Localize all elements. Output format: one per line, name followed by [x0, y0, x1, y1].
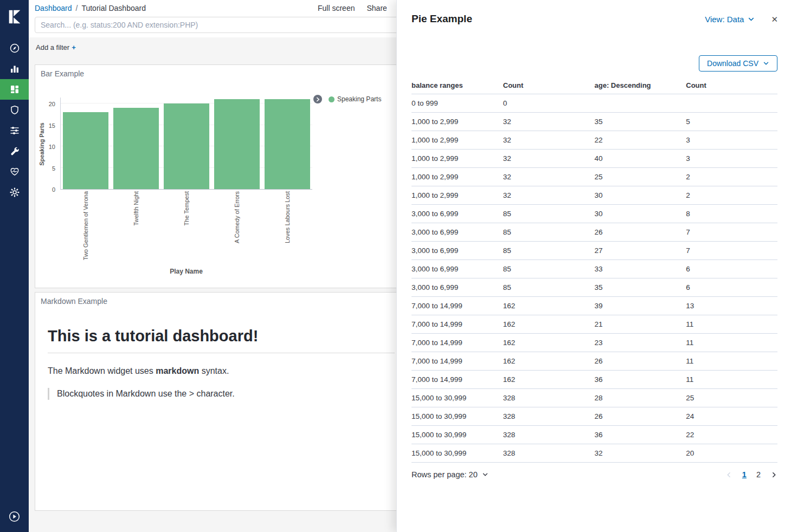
chevron-down-icon [748, 16, 755, 23]
share-button[interactable]: Share [366, 4, 387, 12]
x-axis-title: Play Name [60, 268, 312, 275]
kibana-logo-icon [7, 9, 23, 25]
table-cell: 328 [503, 407, 595, 426]
table-footer: Rows per page: 20 12 [411, 470, 777, 479]
close-icon[interactable]: ✕ [771, 15, 778, 23]
dashboard-icon [10, 85, 20, 94]
flyout-body: Download CSV balance rangesCountage: Des… [397, 55, 791, 479]
download-csv-button[interactable]: Download CSV [699, 55, 777, 72]
table-cell: 2 [686, 186, 777, 205]
table-cell: 33 [595, 260, 686, 278]
page-button-2[interactable]: 2 [756, 470, 761, 479]
table-cell: 3 [686, 150, 777, 168]
chevron-down-icon [482, 471, 488, 478]
table-row: 15,000 to 30,9993283220 [411, 444, 777, 463]
bar-plot [60, 98, 312, 190]
legend-expand-icon[interactable] [313, 95, 322, 103]
table-cell: 32 [503, 168, 595, 186]
bar-the-tempest[interactable] [164, 103, 209, 189]
y-axis: 05101520 [35, 98, 58, 190]
sidebar-item-dev-tools[interactable] [0, 141, 29, 161]
bar-chart-icon [10, 64, 20, 74]
markdown-example-panel: Markdown Example This is a tutorial dash… [35, 292, 404, 511]
sidebar-item-visualize[interactable] [0, 59, 29, 79]
previous-page-icon[interactable] [725, 471, 732, 478]
table-cell: 7,000 to 14,999 [411, 352, 503, 371]
legend-item[interactable]: Speaking Parts [329, 95, 381, 103]
y-tick-label: 20 [39, 101, 55, 107]
table-row: 1,000 to 2,99932302 [411, 186, 777, 205]
sidebar-item-timelion[interactable] [0, 120, 29, 141]
table-cell: 3 [686, 131, 777, 150]
plus-icon: + [72, 43, 76, 51]
nav-collapse-button[interactable] [0, 506, 29, 527]
table-cell: 7,000 to 14,999 [411, 315, 503, 334]
table-cell: 32 [503, 131, 595, 150]
pagination-pages: 12 [742, 470, 761, 479]
table-cell: 32 [595, 444, 686, 463]
table-cell: 36 [595, 426, 686, 444]
page-button-1[interactable]: 1 [742, 470, 747, 479]
bar-two-gentlemen-of-verona[interactable] [63, 112, 108, 189]
sidebar-item-discover[interactable] [0, 38, 29, 59]
table-cell: 15,000 to 30,999 [411, 389, 503, 407]
bar-a-comedy-of-errors[interactable] [214, 99, 260, 189]
sidebar-item-monitoring[interactable] [0, 161, 29, 182]
bar-example-panel: Bar Example Speaking Parts Speaking Part… [35, 64, 404, 288]
x-tick-label: Loves Labours Lost [284, 191, 291, 243]
add-filter-button[interactable]: Add a filter+ [36, 43, 76, 51]
table-cell: 328 [503, 389, 595, 407]
x-tick-label: The Tempest [183, 191, 190, 225]
table-cell: 26 [595, 223, 686, 242]
table-cell [686, 94, 777, 113]
sliders-icon [10, 126, 20, 135]
table-cell: 30 [595, 186, 686, 205]
table-cell: 36 [595, 371, 686, 389]
table-cell: 85 [503, 223, 595, 242]
view-data-toggle[interactable]: View: Data [705, 15, 755, 24]
column-header: age: Descending [595, 77, 686, 94]
gear-icon [10, 187, 20, 197]
chevron-down-icon [763, 60, 769, 67]
table-cell [595, 94, 686, 113]
kibana-logo[interactable] [7, 0, 23, 38]
rows-per-page-dropdown[interactable]: Rows per page: 20 [411, 470, 488, 479]
table-cell: 27 [595, 242, 686, 260]
rows-per-page-label: Rows per page: 20 [411, 470, 478, 479]
kibana-app: Dashboard / Tutorial Dashboard Full scre… [0, 0, 791, 532]
y-tick-label: 10 [39, 144, 55, 150]
table-row: 1,000 to 2,99932355 [411, 113, 777, 131]
table-cell: 1,000 to 2,999 [411, 168, 503, 186]
markdown-paragraph: The Markdown widget uses markdown syntax… [48, 366, 395, 376]
table-cell: 11 [686, 334, 777, 352]
table-cell: 32 [503, 150, 595, 168]
bar-loves-labours-lost[interactable] [265, 99, 310, 189]
heartbeat-icon [10, 167, 20, 177]
table-cell: 11 [686, 371, 777, 389]
table-cell: 3,000 to 6,999 [411, 242, 503, 260]
table-row: 15,000 to 30,9993282624 [411, 407, 777, 426]
table-cell: 1,000 to 2,999 [411, 186, 503, 205]
sidebar-item-shield[interactable] [0, 100, 29, 120]
next-page-icon[interactable] [770, 471, 777, 478]
sidebar-item-dashboard[interactable] [0, 79, 29, 100]
table-cell: 162 [503, 315, 595, 334]
table-row: 3,000 to 6,99985336 [411, 260, 777, 278]
breadcrumb-dashboard-link[interactable]: Dashboard [35, 4, 72, 12]
full-screen-button[interactable]: Full screen [318, 4, 355, 12]
bar-twelfth-night[interactable] [113, 108, 159, 189]
x-tick-label: Twelfth Night [133, 191, 139, 226]
table-cell: 7 [686, 223, 777, 242]
table-row: 7,000 to 14,9991622111 [411, 315, 777, 334]
table-cell: 21 [595, 315, 686, 334]
markdown-content: This is a tutorial dashboard! The Markdo… [48, 327, 395, 400]
flyout-title: Pie Example [411, 13, 472, 25]
table-cell: 1,000 to 2,999 [411, 113, 503, 131]
sidebar-item-management[interactable] [0, 182, 29, 203]
table-cell: 8 [686, 205, 777, 223]
table-cell: 32 [503, 186, 595, 205]
table-cell: 15,000 to 30,999 [411, 426, 503, 444]
table-cell: 25 [595, 168, 686, 186]
x-tick-slot: Two Gentlemen of Verona [60, 191, 111, 260]
table-cell: 15,000 to 30,999 [411, 444, 503, 463]
